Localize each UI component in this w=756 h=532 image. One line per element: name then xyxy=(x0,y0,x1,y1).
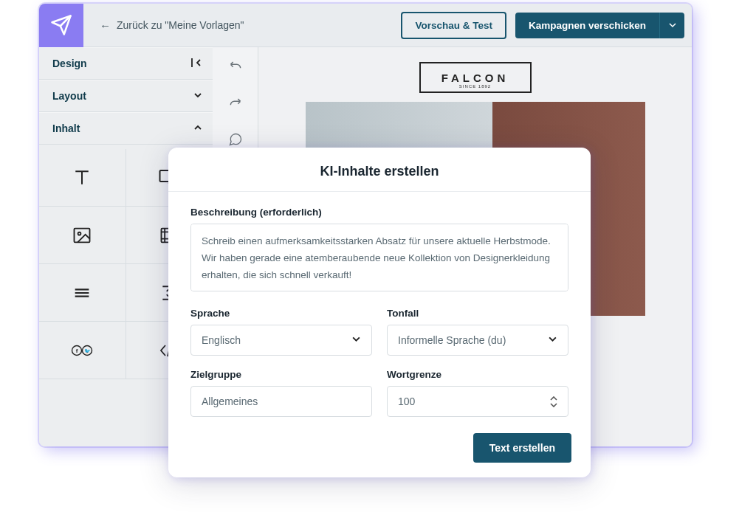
sidebar-row-design[interactable]: Design xyxy=(39,47,213,80)
chevron-up-icon xyxy=(193,123,202,134)
undo-icon xyxy=(228,58,243,73)
chevron-down-icon xyxy=(550,402,557,407)
audience-label: Zielgruppe xyxy=(190,369,372,380)
arrow-left-icon: ← xyxy=(100,19,111,32)
image-icon xyxy=(72,225,92,246)
ai-content-modal: KI-Inhalte erstellen Beschreibung (erfor… xyxy=(168,148,591,477)
language-label: Sprache xyxy=(190,308,372,319)
generate-text-label: Text erstellen xyxy=(489,442,555,454)
svg-text:f: f xyxy=(76,348,78,354)
send-campaign-label: Kampagnen verschicken xyxy=(529,20,646,31)
social-icon: f🐦 xyxy=(71,343,93,358)
svg-rect-1 xyxy=(75,228,90,242)
wordlimit-stepper[interactable]: 100 xyxy=(387,386,568,417)
modal-header: KI-Inhalte erstellen xyxy=(168,148,591,192)
grid-item-divider[interactable] xyxy=(39,264,126,322)
redo-button[interactable] xyxy=(213,84,258,121)
collapse-left-icon xyxy=(190,57,202,71)
tone-select[interactable]: Informelle Sprache (du) xyxy=(387,325,568,356)
audience-value: Allgemeines xyxy=(202,395,258,407)
chevron-down-icon xyxy=(548,334,557,346)
sidebar-row-layout[interactable]: Layout xyxy=(39,80,213,112)
logo-text: FALCON xyxy=(441,72,509,84)
send-campaign-button[interactable]: Kampagnen verschicken xyxy=(515,13,659,38)
description-label: Beschreibung (erforderlich) xyxy=(190,207,568,218)
chevron-up-icon xyxy=(550,396,557,401)
audience-input[interactable]: Allgemeines xyxy=(190,386,372,417)
svg-point-2 xyxy=(78,232,81,235)
stepper-arrows[interactable] xyxy=(550,396,557,407)
logo-subtitle: SINCE 1892 xyxy=(459,84,491,89)
back-link[interactable]: ← Zurück zu "Meine Vorlagen" xyxy=(100,19,244,32)
modal-footer: Text erstellen xyxy=(168,423,591,466)
modal-body: Beschreibung (erforderlich) Sprache Engl… xyxy=(168,192,591,423)
undo-button[interactable] xyxy=(213,47,258,84)
caret-down-icon xyxy=(669,21,676,29)
send-campaign-group: Kampagnen verschicken xyxy=(515,13,684,38)
tone-label: Tonfall xyxy=(387,308,568,319)
wordlimit-value: 100 xyxy=(398,395,415,407)
sidebar-row-content[interactable]: Inhalt xyxy=(39,112,213,145)
redo-icon xyxy=(228,95,243,110)
description-input[interactable] xyxy=(190,224,568,291)
sidebar-label: Design xyxy=(52,58,87,69)
chevron-down-icon xyxy=(193,91,202,102)
modal-title: KI-Inhalte erstellen xyxy=(168,164,591,179)
language-value: Englisch xyxy=(202,334,241,346)
grid-item-image[interactable] xyxy=(39,207,126,264)
preview-test-button[interactable]: Vorschau & Test xyxy=(401,12,506,39)
top-bar: ← Zurück zu "Meine Vorlagen" Vorschau & … xyxy=(39,4,692,47)
grid-item-text[interactable] xyxy=(39,149,126,207)
brand-logo[interactable] xyxy=(39,4,83,47)
generate-text-button[interactable]: Text erstellen xyxy=(473,433,571,463)
sidebar-label: Inhalt xyxy=(52,122,80,134)
back-link-label: Zurück zu "Meine Vorlagen" xyxy=(117,19,244,31)
grid-item-social[interactable]: f🐦 xyxy=(39,322,126,379)
wordlimit-label: Wortgrenze xyxy=(387,369,568,380)
chevron-down-icon xyxy=(351,334,361,346)
tone-value: Informelle Sprache (du) xyxy=(398,334,506,346)
template-logo: FALCON SINCE 1892 xyxy=(419,62,532,93)
svg-text:🐦: 🐦 xyxy=(84,348,91,354)
text-icon xyxy=(71,167,93,189)
preview-test-label: Vorschau & Test xyxy=(415,20,492,31)
sidebar-label: Layout xyxy=(52,90,86,102)
divider-icon xyxy=(72,283,92,303)
language-select[interactable]: Englisch xyxy=(190,325,372,356)
comment-icon xyxy=(228,132,243,147)
send-campaign-dropdown[interactable] xyxy=(659,13,684,38)
